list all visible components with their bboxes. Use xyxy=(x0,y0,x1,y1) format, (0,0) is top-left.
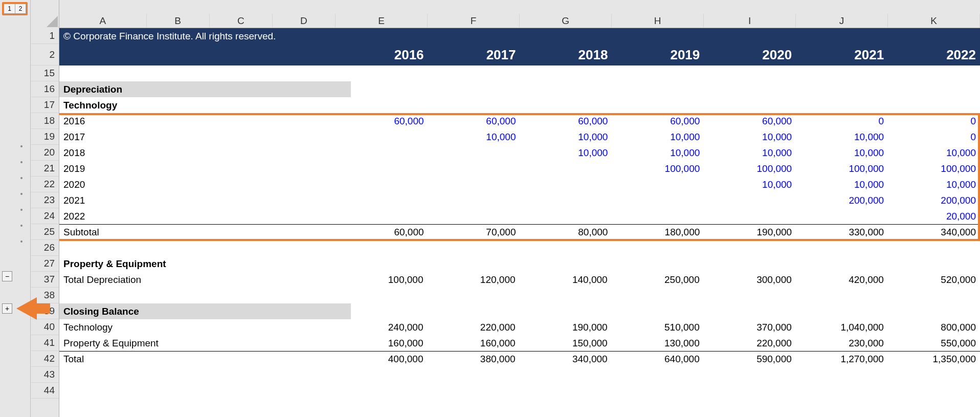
tech-2018-label: 2018 xyxy=(59,145,146,161)
col-header-E[interactable]: E xyxy=(336,14,428,28)
row-header-26[interactable]: 26 xyxy=(31,240,59,256)
row-header-18[interactable]: 18 xyxy=(31,113,59,129)
cell-H25: 180,000 xyxy=(612,224,704,240)
cell-E22 xyxy=(336,177,428,192)
spreadsheet: 1 2 − + xyxy=(0,0,980,417)
cell-K42: 1,350,000 xyxy=(888,351,980,367)
col-header-B[interactable]: B xyxy=(147,14,210,28)
cell-G21 xyxy=(520,161,612,177)
row-header-20[interactable]: 20 xyxy=(31,145,59,161)
row-header-25[interactable]: 25 xyxy=(31,224,59,240)
row-header-23[interactable]: 23 xyxy=(31,192,59,208)
row-40[interactable]: Technology 240,000 220,000 190,000 510,0… xyxy=(59,319,980,335)
col-header-I[interactable]: I xyxy=(704,14,796,28)
outline-dot xyxy=(20,145,23,147)
outline-level-1-button[interactable]: 1 xyxy=(4,4,15,14)
cell-K40: 800,000 xyxy=(888,319,980,335)
row-24[interactable]: 2022 20,000 xyxy=(59,208,980,224)
cell-F22 xyxy=(428,177,520,192)
row-header-column: 1 2 15 16 17 18 19 20 21 22 23 24 25 26 … xyxy=(31,0,59,417)
row-header-41[interactable]: 41 xyxy=(31,335,59,351)
row-17[interactable]: Technology xyxy=(59,97,980,113)
row-1[interactable]: © Corporate Finance Institute. All right… xyxy=(59,28,980,44)
cell-K19: 0 xyxy=(888,129,980,145)
depreciation-header: Depreciation xyxy=(59,81,151,97)
outline-dot xyxy=(20,193,23,195)
cell-H40: 510,000 xyxy=(612,319,704,335)
cell-J41: 230,000 xyxy=(796,335,888,351)
col-header-J[interactable]: J xyxy=(796,14,888,28)
outline-level-2-button[interactable]: 2 xyxy=(15,4,26,14)
cell-K21: 100,000 xyxy=(888,161,980,177)
year-2017: 2017 xyxy=(428,44,520,65)
row-header-27[interactable]: 27 xyxy=(31,256,59,272)
annotation-arrow xyxy=(16,298,52,319)
col-header-F[interactable]: F xyxy=(428,14,520,28)
tech-2017-label: 2017 xyxy=(59,129,146,145)
closing-pe-label: Property & Equipment xyxy=(59,335,205,351)
row-16[interactable]: Depreciation xyxy=(59,81,980,97)
cell-I20: 10,000 xyxy=(704,145,796,161)
row-header-19[interactable]: 19 xyxy=(31,129,59,145)
col-header-C[interactable]: C xyxy=(210,14,273,28)
row-header-22[interactable]: 22 xyxy=(31,177,59,192)
row-2-years[interactable]: 2016 2017 2018 2019 2020 2021 2022 xyxy=(59,44,980,65)
row-27[interactable]: Property & Equipment xyxy=(59,256,980,272)
cell-G24 xyxy=(520,208,612,224)
row-header-16[interactable]: 16 xyxy=(31,81,59,97)
year-2020: 2020 xyxy=(704,44,796,65)
cell-G19: 10,000 xyxy=(520,129,612,145)
col-header-K[interactable]: K xyxy=(888,14,980,28)
col-header-H[interactable]: H xyxy=(612,14,704,28)
cell-H42: 640,000 xyxy=(612,351,704,367)
cell-E25: 60,000 xyxy=(336,224,428,240)
cell-F42: 380,000 xyxy=(427,351,519,367)
outline-dot xyxy=(20,240,23,243)
row-41[interactable]: Property & Equipment 160,000 160,000 150… xyxy=(59,335,980,351)
row-44[interactable] xyxy=(59,383,980,399)
row-25[interactable]: Subtotal 60,000 70,000 80,000 180,000 19… xyxy=(59,224,980,240)
row-38[interactable] xyxy=(59,288,980,303)
cell-E21 xyxy=(336,161,428,177)
cell-F23 xyxy=(428,192,520,208)
row-header-37[interactable]: 37 xyxy=(31,272,59,288)
row-19[interactable]: 2017 10,000 10,000 10,000 10,000 10,000 … xyxy=(59,129,980,145)
row-20[interactable]: 2018 10,000 10,000 10,000 10,000 10,000 xyxy=(59,145,980,161)
row-header-24[interactable]: 24 xyxy=(31,208,59,224)
cell-I41: 220,000 xyxy=(704,335,796,351)
outline-collapse-row26[interactable]: − xyxy=(2,271,27,281)
row-22[interactable]: 2020 10,000 10,000 10,000 xyxy=(59,177,980,192)
row-42[interactable]: Total 400,000 380,000 340,000 640,000 59… xyxy=(59,351,980,367)
row-header-43[interactable]: 43 xyxy=(31,367,59,383)
row-39[interactable]: Closing Balance xyxy=(59,303,980,319)
row-header-42[interactable]: 42 xyxy=(31,351,59,367)
row-21[interactable]: 2019 100,000 100,000 100,000 100,000 xyxy=(59,161,980,177)
row-header-1[interactable]: 1 xyxy=(31,28,59,44)
cell-G18: 60,000 xyxy=(520,113,612,129)
row-23[interactable]: 2021 200,000 200,000 xyxy=(59,192,980,208)
cell-F19: 10,000 xyxy=(428,129,520,145)
row-header-21[interactable]: 21 xyxy=(31,161,59,177)
row-37[interactable]: Total Depreciation 100,000 120,000 140,0… xyxy=(59,272,980,288)
cell-I42: 590,000 xyxy=(704,351,796,367)
closing-tech-label: Technology xyxy=(59,319,205,335)
year-2016: 2016 xyxy=(336,44,428,65)
row-header-15[interactable]: 15 xyxy=(31,65,59,81)
row-15[interactable] xyxy=(59,65,980,81)
row-header-17[interactable]: 17 xyxy=(31,97,59,113)
cell-K23: 200,000 xyxy=(888,192,980,208)
outline-level-group-highlight: 1 2 xyxy=(2,2,28,15)
col-header-A[interactable]: A xyxy=(59,14,147,28)
cell-J18: 0 xyxy=(796,113,888,129)
row-43[interactable] xyxy=(59,367,980,383)
row-26[interactable] xyxy=(59,240,980,256)
col-header-G[interactable]: G xyxy=(520,14,612,28)
row-header-40[interactable]: 40 xyxy=(31,319,59,335)
select-all-corner[interactable] xyxy=(31,0,59,28)
property-equipment-header: Property & Equipment xyxy=(59,256,213,272)
row-header-2[interactable]: 2 xyxy=(31,44,59,65)
col-header-D[interactable]: D xyxy=(273,14,336,28)
row-18[interactable]: 2016 60,000 60,000 60,000 60,000 60,000 … xyxy=(59,113,980,129)
cell-I21: 100,000 xyxy=(704,161,796,177)
row-header-44[interactable]: 44 xyxy=(31,383,59,399)
